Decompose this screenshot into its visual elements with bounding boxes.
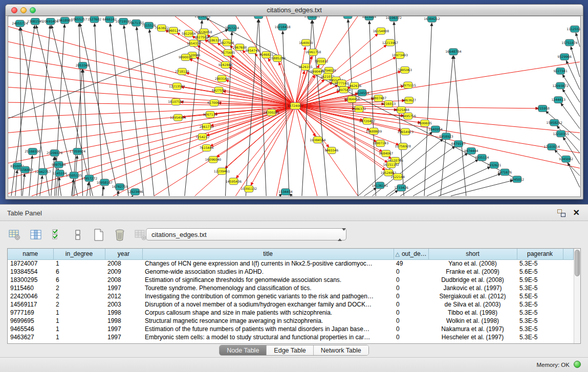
network-node[interactable]: 9329966	[557, 54, 572, 60]
table-row[interactable]: 911546021997Tourette syndrome. Phenomeno…	[8, 284, 574, 292]
table-row[interactable]: 1830029562008Estimation of significance …	[8, 276, 574, 284]
network-node[interactable]: 16720407	[359, 118, 375, 124]
network-node[interactable]: 8471676	[498, 169, 512, 176]
network-node[interactable]: 7615444	[200, 145, 214, 151]
network-node[interactable]: 12923446	[127, 189, 143, 195]
table-row[interactable]: 977716911998Corpus callosum shape and si…	[8, 309, 574, 317]
network-node[interactable]: 23081545	[27, 18, 43, 25]
network-node[interactable]: 9827508	[220, 39, 234, 46]
network-node[interactable]: 13505135	[66, 172, 82, 179]
network-node[interactable]: 9215958	[536, 105, 550, 112]
table-row[interactable]: 2242004622012Investigating the contribut…	[8, 292, 574, 300]
network-canvas[interactable]: 1872400724055724230815452069140619618981…	[8, 16, 581, 197]
network-node[interactable]: 1244413	[551, 97, 565, 103]
network-node[interactable]: 7957224	[225, 25, 239, 31]
table-selector-dropdown[interactable]: citations_edges.txt	[146, 228, 346, 240]
network-node[interactable]: 1640954	[428, 126, 443, 133]
close-panel-icon[interactable]: ✕	[573, 208, 580, 217]
network-node[interactable]: 10655257	[71, 16, 87, 23]
network-node[interactable]: 16151152	[383, 161, 399, 168]
network-node[interactable]: 19654923	[398, 128, 413, 135]
network-node[interactable]: 9267110	[203, 111, 217, 118]
network-view-window[interactable]: citations_edges.txt 18724007240557242308…	[5, 4, 583, 200]
network-node[interactable]: 12954904	[170, 114, 186, 121]
network-node[interactable]: 20691406	[42, 18, 58, 25]
table-row[interactable]: 946554611997Estimation of the future num…	[8, 325, 574, 333]
network-node[interactable]: 8813054	[362, 16, 377, 20]
vertical-scrollbar[interactable]	[574, 249, 580, 343]
scrollbar-thumb[interactable]	[575, 250, 580, 276]
network-node[interactable]: 8958923	[439, 133, 453, 140]
column-header-year[interactable]: year	[105, 249, 142, 259]
network-node[interactable]: 12213583	[169, 83, 185, 90]
network-node[interactable]: 19618981	[57, 17, 73, 24]
network-node[interactable]: 20206576	[47, 150, 62, 157]
network-node[interactable]: 6216013	[382, 101, 396, 107]
network-node[interactable]: 10025488	[394, 106, 409, 113]
memory-ok-indicator-icon[interactable]	[574, 361, 581, 368]
network-node[interactable]: 16961758	[305, 49, 321, 56]
network-node[interactable]: 20364456	[344, 96, 360, 103]
network-node[interactable]: 16495756	[400, 113, 416, 119]
citation-network-graph[interactable]: 1872400724055724230815452069140619618981…	[8, 16, 580, 196]
network-node[interactable]: 25166590	[25, 148, 40, 155]
network-node[interactable]: 15958212	[546, 119, 562, 126]
network-node[interactable]: 7515526	[142, 22, 156, 29]
network-node[interactable]: 16384212	[424, 16, 440, 22]
network-node[interactable]: 15885209	[269, 55, 285, 62]
column-header-out_de[interactable]: △out_de…	[394, 249, 428, 259]
network-node[interactable]: 12239461	[214, 168, 230, 174]
network-node[interactable]: 1145194	[53, 170, 67, 177]
network-node[interactable]: 9699695	[418, 120, 432, 126]
network-node[interactable]: 9245042	[559, 156, 573, 162]
network-node[interactable]: 12213967	[382, 39, 398, 46]
network-node[interactable]: 19384554	[310, 137, 325, 143]
network-node[interactable]: 2053346	[76, 62, 90, 69]
column-header-short[interactable]: short	[428, 249, 517, 259]
network-node[interactable]: 8186328	[207, 37, 222, 43]
network-node[interactable]: 10756928	[395, 143, 411, 150]
network-node[interactable]: 2803144	[215, 75, 229, 82]
network-node[interactable]: 16782759	[112, 184, 128, 190]
network-node[interactable]: 11125512	[567, 26, 580, 32]
network-node[interactable]: 8960124	[166, 27, 181, 34]
network-node[interactable]: 14595436	[226, 178, 242, 185]
table-body[interactable]: 1872400712008Changes of HCN gene express…	[8, 259, 574, 341]
network-node[interactable]: 19218418	[274, 24, 290, 30]
network-node[interactable]: 24055724	[12, 20, 28, 27]
network-node[interactable]: 1534454	[278, 189, 293, 195]
network-node[interactable]: 16953792	[340, 16, 356, 18]
table-row[interactable]: 1872400712008Changes of HCN gene express…	[8, 259, 574, 268]
network-node[interactable]: 18231725	[251, 16, 267, 18]
network-node[interactable]: 14136141	[372, 182, 388, 189]
table-row[interactable]: 1456911722003Disruption of a novel membe…	[8, 300, 574, 309]
network-node[interactable]: 9245012	[510, 176, 525, 183]
column-header-pagerank[interactable]: pagerank	[517, 249, 563, 259]
network-node[interactable]: 12942757	[35, 168, 51, 175]
network-node[interactable]: 16154808	[373, 28, 389, 34]
network-node[interactable]: 16648784	[445, 49, 461, 55]
network-node[interactable]: 10196372	[386, 16, 402, 21]
column-header-title[interactable]: title	[142, 249, 394, 259]
network-node[interactable]: 9463627	[402, 97, 416, 104]
network-node[interactable]: 18907243	[373, 140, 388, 147]
table-row[interactable]: 1938455462009Genome-wide association stu…	[8, 268, 574, 276]
network-node[interactable]: 10973493	[392, 52, 408, 59]
network-node[interactable]: 2935114	[475, 154, 489, 161]
network-node[interactable]: 2718120	[175, 68, 189, 75]
network-node[interactable]: 11156863	[17, 166, 33, 173]
network-node[interactable]: 15722101	[304, 16, 320, 19]
network-node[interactable]: 5912954	[182, 30, 196, 37]
network-node[interactable]: 12210355	[553, 130, 569, 137]
window-titlebar[interactable]: citations_edges.txt	[6, 5, 583, 16]
tab-network-table[interactable]: Network Table	[313, 345, 368, 355]
network-node[interactable]: 2967608	[233, 44, 247, 51]
network-node[interactable]: 7485063	[398, 67, 412, 73]
network-node[interactable]: 9227341	[553, 68, 568, 74]
node-table-grid[interactable]: namein_degreeyeartitle△out_de…shortpager…	[8, 249, 574, 341]
tab-edge-table[interactable]: Edge Table	[266, 345, 313, 355]
column-header-in_degree[interactable]: in_degree	[53, 249, 105, 259]
network-node[interactable]: 1640910	[299, 39, 313, 46]
column-header-name[interactable]: name	[8, 249, 53, 259]
delete-table-icon[interactable]	[112, 227, 127, 243]
